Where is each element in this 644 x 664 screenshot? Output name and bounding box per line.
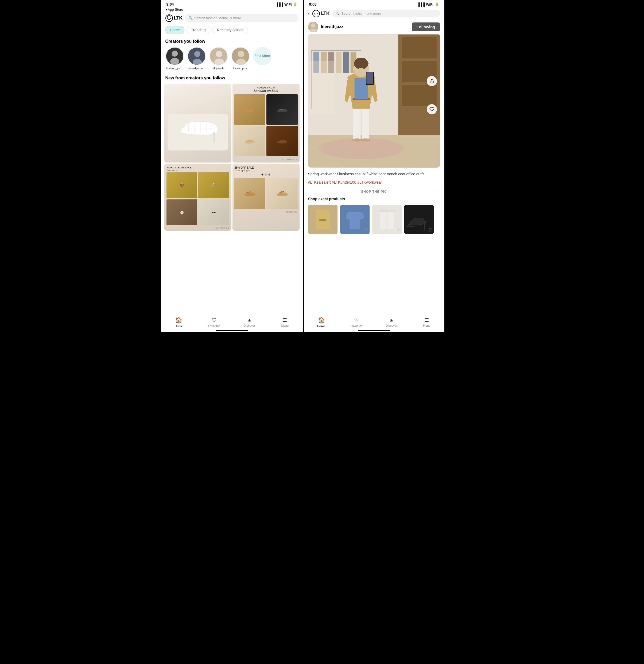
- feed-item-1[interactable]: [164, 84, 231, 163]
- search-placeholder: Search fashion, home, & more: [194, 16, 241, 20]
- nav-label-discover-1: Discover: [244, 324, 255, 327]
- svg-point-6: [194, 51, 200, 57]
- user-avatar[interactable]: [308, 22, 318, 32]
- svg-rect-71: [424, 222, 425, 230]
- following-button[interactable]: Following: [412, 22, 440, 31]
- product-heart-2[interactable]: ♡: [364, 227, 368, 232]
- search-bar-2[interactable]: 🔍 Search fashion, and more: [332, 9, 440, 17]
- outfit-scene: [308, 34, 440, 168]
- nav-favorites-2[interactable]: ♡ Favorites: [348, 317, 364, 328]
- avatar-silhouette-4: [232, 47, 250, 65]
- tab-home[interactable]: Home: [166, 26, 185, 34]
- nav-discover-1[interactable]: ⊞ Discover: [241, 317, 258, 327]
- tab-recently-joined[interactable]: Recently Joined: [212, 26, 248, 34]
- ltk-logo-2[interactable]: LTK LTK: [313, 10, 329, 17]
- svg-point-34: [311, 23, 315, 27]
- svg-rect-56: [354, 78, 368, 100]
- sale-label-4: 25% OFF SALE: [235, 166, 297, 169]
- share-icon: [429, 79, 434, 83]
- shop-divider: SHOP THE PIC: [304, 188, 444, 196]
- product-heart-1[interactable]: ♡: [332, 227, 336, 232]
- creator-item[interactable]: aloprofile: [209, 47, 228, 70]
- nav-label-menu-1: Menu: [281, 324, 288, 327]
- creator-item[interactable]: lifewithjazz: [231, 47, 250, 70]
- svg-rect-40: [402, 85, 437, 106]
- shop-exact-label: Shop exact products: [304, 196, 444, 204]
- product-thumb-2[interactable]: ♡: [340, 205, 369, 234]
- product-thumb-4[interactable]: ♡: [404, 205, 434, 234]
- creator-avatar-2: [188, 47, 206, 65]
- creator-name-2: brooklynblo...: [188, 66, 205, 70]
- creator-avatar-1: [166, 47, 184, 65]
- discover-icon-2: ⊞: [390, 317, 394, 323]
- tab-trending[interactable]: Trending: [187, 26, 210, 34]
- post-image-container: [308, 34, 440, 168]
- nordstrom-sale-label: NORDSTROM SALE: [167, 166, 192, 169]
- tabs-row: Home Trending Recently Joined: [161, 23, 303, 36]
- sandal-thumb-4: [276, 137, 289, 145]
- creator-item[interactable]: fashion_jac...: [166, 47, 184, 70]
- slide-thumb-2: [275, 189, 289, 198]
- creator-name-1: fashion_jac...: [166, 66, 183, 70]
- wifi-icon-2: WiFi: [426, 2, 433, 6]
- nav-discover-2[interactable]: ⊞ Discover: [384, 317, 400, 327]
- sandal-thumb-2: [276, 106, 289, 113]
- slide-thumb-1: [242, 189, 257, 198]
- like-button[interactable]: [427, 104, 437, 115]
- chain-slide-label: chain slide: [233, 209, 300, 214]
- creator-name-3: aloprofile: [212, 66, 224, 70]
- menu-icon-1: ☰: [283, 317, 287, 323]
- favorites-icon-1: ♡: [212, 317, 216, 324]
- feed-item-2[interactable]: NORDSTROM Sandals on Sale: [233, 84, 300, 163]
- app-header: LTK LTK 🔍 Search fashion, home, & more: [161, 13, 303, 23]
- product-heart-3[interactable]: ♡: [396, 227, 400, 232]
- user-profile-row: lifewithjazz Following: [304, 20, 444, 34]
- bottom-nav-screen2: 🏠 Home ♡ Favorites ⊞ Discover ☰ Menu: [304, 314, 444, 332]
- find-more-item[interactable]: Find More: [253, 47, 272, 70]
- svg-point-42: [319, 138, 403, 159]
- nordstrom-label: NORDSTROM: [254, 86, 278, 89]
- back-arrow-2[interactable]: ‹: [308, 11, 310, 17]
- ltk-logo[interactable]: LTK LTK: [166, 15, 183, 22]
- svg-rect-16: [213, 132, 215, 143]
- sandal-thumb-3: [243, 137, 256, 145]
- post-hashtags[interactable]: #LTKsalealert #LTKunder100 #LTKworkwear: [304, 179, 444, 188]
- search-placeholder-2: Search fashion, and more: [341, 12, 381, 16]
- product-thumb-1[interactable]: ♡: [308, 205, 338, 234]
- search-bar[interactable]: 🔍 Search fashion, home, & more: [185, 14, 299, 22]
- wifi-icon: WiFi: [284, 2, 292, 6]
- avatar-silhouette-3: [210, 47, 228, 65]
- post-description: Spring workwear / business casual / whit…: [304, 168, 444, 179]
- alo-profile-badge-2: ALo PROFILE: [282, 158, 297, 161]
- product-heart-4[interactable]: ♡: [428, 227, 432, 232]
- svg-rect-51: [353, 109, 361, 141]
- find-more-button[interactable]: Find More: [253, 47, 272, 65]
- outfit-background: [308, 34, 440, 168]
- signal-icon-2: ▐▐▐: [417, 2, 425, 6]
- nav-home-2[interactable]: 🏠 Home: [313, 317, 329, 328]
- bottom-nav-screen1: 🏠 Home ♡ Favorites ⊞ Discover ☰ Menu: [161, 314, 303, 332]
- nav-home-1[interactable]: 🏠 Home: [171, 317, 187, 328]
- status-time-2: 9:08: [309, 2, 317, 6]
- battery-icon-2: 🔋: [435, 2, 439, 6]
- product-thumb-3[interactable]: ♡: [372, 205, 402, 234]
- nav-label-discover-2: Discover: [386, 324, 398, 327]
- creator-item[interactable]: brooklynblo...: [187, 47, 206, 70]
- username[interactable]: lifewithjazz: [321, 24, 409, 29]
- feed-item-4[interactable]: 25% OFF SALE code: spring25: [233, 164, 300, 231]
- nav-menu-1[interactable]: ☰ Menu: [277, 317, 293, 327]
- svg-point-30: [283, 191, 284, 192]
- svg-rect-69: [379, 210, 395, 212]
- nav-favorites-1[interactable]: ♡ Favorites: [206, 317, 222, 328]
- feed-section-title: New from creators you follow: [161, 73, 303, 83]
- feed-item-3[interactable]: NORDSTROM SALE Accessories 👜 💍 ⌚ 🕶️ ALo …: [164, 164, 231, 231]
- nav-menu-2[interactable]: ☰ Menu: [419, 317, 435, 327]
- svg-rect-38: [402, 37, 437, 58]
- user-avatar-image: [308, 22, 318, 32]
- svg-rect-67: [380, 210, 386, 229]
- creators-section-title: Creators you follow: [161, 36, 303, 46]
- svg-rect-63: [319, 220, 326, 221]
- share-button[interactable]: [427, 76, 437, 86]
- app-store-back[interactable]: ◂ App Store: [166, 7, 299, 12]
- signal-icon: ▐▐▐: [276, 2, 283, 6]
